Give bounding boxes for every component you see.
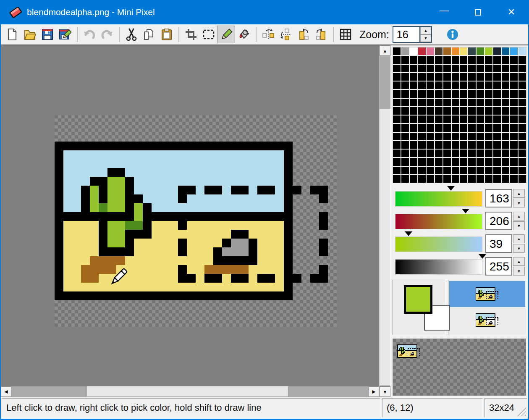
palette-cell[interactable] [493, 90, 501, 97]
palette-cell[interactable] [519, 99, 526, 106]
palette-cell[interactable] [401, 90, 409, 97]
palette-cell[interactable] [468, 167, 476, 174]
palette-cell[interactable] [401, 124, 409, 131]
palette-cell[interactable] [427, 124, 434, 131]
palette-cell[interactable] [410, 65, 417, 72]
palette-cell[interactable] [468, 150, 476, 157]
flip-horizontal-button[interactable] [259, 26, 277, 43]
palette-cell[interactable] [468, 124, 476, 131]
palette-cell[interactable] [502, 47, 509, 55]
palette-cell[interactable] [443, 175, 451, 183]
blue-value-input[interactable]: 39 [485, 234, 512, 253]
layer-item-1[interactable] [449, 281, 525, 307]
palette-cell[interactable] [393, 175, 401, 183]
palette-cell[interactable] [460, 175, 468, 183]
palette-cell[interactable] [393, 158, 401, 165]
palette-cell[interactable] [460, 47, 468, 55]
palette-cell[interactable] [493, 65, 501, 72]
palette-cell[interactable] [427, 158, 434, 165]
palette-cell[interactable] [418, 141, 426, 149]
palette-cell[interactable] [493, 124, 501, 131]
palette-cell[interactable] [435, 81, 443, 89]
palette-cell[interactable] [477, 107, 484, 115]
palette-cell[interactable] [477, 124, 484, 131]
palette-cell[interactable] [443, 141, 451, 149]
palette-cell[interactable] [452, 116, 459, 123]
palette-cell[interactable] [460, 167, 468, 174]
palette-cell[interactable] [510, 141, 518, 149]
palette-cell[interactable] [485, 65, 492, 72]
palette-cell[interactable] [401, 175, 409, 183]
palette-cell[interactable] [427, 99, 434, 106]
palette-cell[interactable] [468, 158, 476, 165]
palette-cell[interactable] [427, 65, 434, 72]
maximize-button[interactable] [461, 0, 495, 24]
palette-cell[interactable] [452, 65, 459, 72]
palette-cell[interactable] [493, 99, 501, 106]
palette-cell[interactable] [418, 124, 426, 131]
zoom-decrement-button[interactable]: ▼ [420, 34, 431, 42]
palette-cell[interactable] [443, 73, 451, 81]
red-slider[interactable] [395, 191, 482, 207]
palette-cell[interactable] [460, 124, 468, 131]
copy-button[interactable] [140, 26, 158, 43]
palette-cell[interactable] [493, 116, 501, 123]
palette-cell[interactable] [485, 175, 492, 183]
palette-cell[interactable] [493, 150, 501, 157]
palette-cell[interactable] [452, 107, 459, 115]
palette-cell[interactable] [443, 81, 451, 89]
palette-cell[interactable] [443, 47, 451, 55]
palette-cell[interactable] [418, 81, 426, 89]
blue-increment-button[interactable]: ▲ [513, 234, 525, 243]
palette-cell[interactable] [477, 65, 484, 72]
open-button[interactable] [21, 26, 39, 43]
alpha-increment-button[interactable]: ▲ [513, 257, 525, 266]
red-increment-button[interactable]: ▲ [513, 189, 525, 198]
palette-cell[interactable] [460, 99, 468, 106]
palette-cell[interactable] [452, 124, 459, 131]
palette-cell[interactable] [460, 81, 468, 89]
palette-cell[interactable] [401, 73, 409, 81]
palette-cell[interactable] [493, 167, 501, 174]
palette-cell[interactable] [519, 65, 526, 72]
cut-button[interactable] [123, 26, 140, 43]
palette-cell[interactable] [427, 47, 434, 55]
select-button[interactable] [200, 26, 217, 43]
palette-cell[interactable] [418, 175, 426, 183]
palette-cell[interactable] [502, 141, 509, 149]
palette-cell[interactable] [485, 133, 492, 140]
palette-cell[interactable] [401, 65, 409, 72]
palette-cell[interactable] [418, 47, 426, 55]
palette-cell[interactable] [460, 141, 468, 149]
palette-cell[interactable] [477, 141, 484, 149]
palette-cell[interactable] [519, 47, 526, 55]
palette-cell[interactable] [452, 81, 459, 89]
palette-cell[interactable] [452, 56, 459, 63]
foreground-color-swatch[interactable] [404, 285, 432, 314]
horizontal-scrollbar[interactable]: ◀ ▶ [1, 386, 379, 397]
palette-cell[interactable] [485, 47, 492, 55]
palette-cell[interactable] [460, 133, 468, 140]
palette-cell[interactable] [502, 124, 509, 131]
palette-cell[interactable] [443, 90, 451, 97]
palette-cell[interactable] [435, 141, 443, 149]
palette-cell[interactable] [519, 116, 526, 123]
palette-cell[interactable] [519, 175, 526, 183]
palette-cell[interactable] [519, 81, 526, 89]
palette-cell[interactable] [393, 47, 401, 55]
palette-cell[interactable] [418, 116, 426, 123]
palette-cell[interactable] [427, 107, 434, 115]
palette-cell[interactable] [393, 107, 401, 115]
palette-cell[interactable] [427, 90, 434, 97]
palette-cell[interactable] [477, 175, 484, 183]
pixel-canvas[interactable] [55, 115, 337, 327]
blue-slider-marker[interactable] [405, 231, 412, 236]
palette-cell[interactable] [443, 56, 451, 63]
palette-cell[interactable] [460, 150, 468, 157]
palette-cell[interactable] [418, 158, 426, 165]
palette-cell[interactable] [502, 99, 509, 106]
palette-cell[interactable] [427, 81, 434, 89]
h-scroll-track[interactable] [288, 386, 369, 397]
palette-cell[interactable] [510, 56, 518, 63]
palette-cell[interactable] [485, 141, 492, 149]
